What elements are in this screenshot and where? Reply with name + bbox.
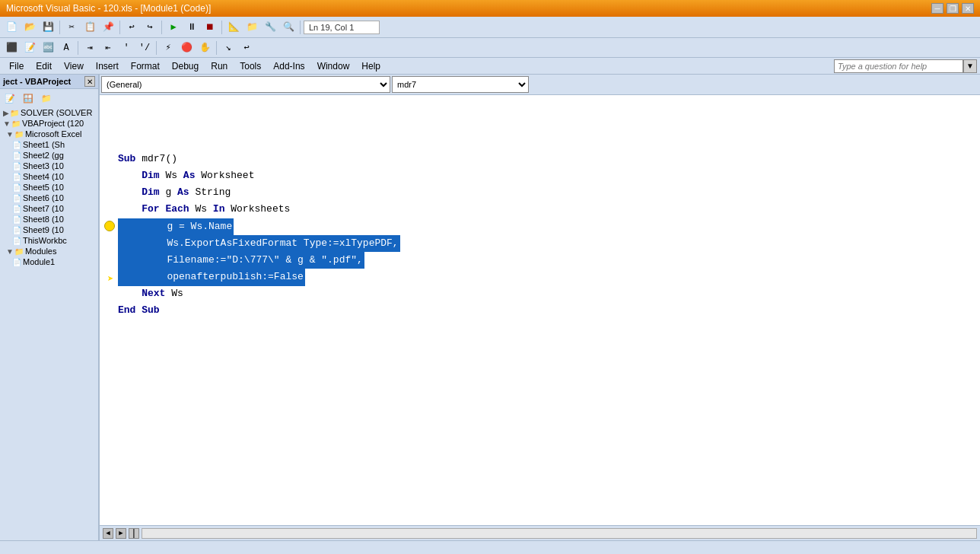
paste-btn[interactable]: 📌 [100,20,116,35]
undo-btn[interactable]: ↩ [123,20,140,35]
tree-sheet1[interactable]: 📄 Sheet1 (Sh [0,139,98,150]
help-dropdown-arrow[interactable]: ▼ [963,59,977,73]
new-btn[interactable]: 📄 [3,20,20,35]
tb2-stepover-btn[interactable]: ↩ [238,40,255,56]
tb2-btn2[interactable]: 📝 [21,40,38,56]
debug-indicator [104,221,115,231]
sep5 [300,21,301,34]
sidebar-header: ject - VBAProject ✕ [0,75,98,89]
sidebar-close-btn[interactable]: ✕ [84,76,95,87]
code-editor[interactable]: Sub mdr7() Dim Ws As Worksheet Dim g As … [100,95,980,525]
menu-run[interactable]: Run [205,59,234,73]
tb2-btn1[interactable]: ⬛ [3,40,20,56]
code-line [118,135,977,151]
redo-btn[interactable]: ↪ [142,20,158,35]
design-btn[interactable]: 📐 [225,20,242,35]
sep8 [216,41,217,55]
scroll-track [142,528,977,539]
scroll-indicator[interactable]: | [129,528,139,539]
close-button[interactable]: ✕ [962,3,974,14]
tb2-hand-btn[interactable]: ✋ [196,40,213,56]
code-line-g-ws-name: g = Ws.Name [118,218,977,235]
view-object-btn[interactable]: 🪟 [20,91,37,106]
code-line [118,101,977,118]
scroll-left-btn[interactable]: ◀ [103,528,113,539]
code-line-export: Ws.ExportAsFixedFormat Type:=xlTypePDF, [118,235,977,252]
tree-msexcel[interactable]: ▼ 📁 Microsoft Excel [0,129,98,139]
projectex-btn[interactable]: 📁 [243,20,260,35]
code-line-end-sub: End Sub [118,303,977,320]
tb2-indent-btn[interactable]: ⇥ [81,40,98,56]
title-bar-controls: ─ ❐ ✕ [931,3,974,14]
position-status: Ln 19, Col 1 [304,21,380,34]
menu-edit[interactable]: Edit [30,59,58,73]
tree-sheet8[interactable]: 📄 Sheet8 (10 [0,214,98,224]
tb2-clear-btn[interactable]: 🔴 [178,40,195,56]
tb2-uncomment-btn[interactable]: '/ [136,40,153,56]
stop-btn[interactable]: ⏹ [202,20,218,35]
tree-solver[interactable]: ▶ 📁 SOLVER (SOLVER [0,107,98,118]
tree-sheet5[interactable]: 📄 Sheet5 (10 [0,182,98,193]
help-search-input[interactable] [834,59,963,73]
tree-sheet6[interactable]: 📄 Sheet6 (10 [0,193,98,203]
sidebar: ject - VBAProject ✕ 📝 🪟 📁 ▶ 📁 SOLVER (SO… [0,75,99,540]
sep2 [119,21,120,34]
tree-sheet7[interactable]: 📄 Sheet7 (10 [0,203,98,214]
tree-sheet4[interactable]: 📄 Sheet4 (10 [0,171,98,182]
code-area: (General) mdr7 Sub mdr7() Dim Ws As Work… [99,75,980,540]
tree-sheet3[interactable]: 📄 Sheet3 (10 [0,161,98,171]
menu-debug[interactable]: Debug [166,59,205,73]
sep3 [161,21,162,34]
code-line-dim-ws: Dim Ws As Worksheet [118,168,977,185]
status-bar [0,540,980,554]
toolbar-row-2: ⬛ 📝 🔤 A ⇥ ⇤ ' '/ ⚡ 🔴 ✋ ↘ ↩ [0,38,980,58]
menu-tools[interactable]: Tools [234,59,267,73]
menu-bar: File Edit View Insert Format Debug Run T… [0,58,980,75]
save-btn[interactable]: 💾 [40,20,56,35]
minimize-button[interactable]: ─ [931,3,943,14]
sep6 [78,41,78,55]
tb2-comment-btn[interactable]: ' [118,40,135,56]
copy-btn[interactable]: 📋 [81,20,98,35]
break-btn[interactable]: ⏸ [183,20,200,35]
tb2-outdent-btn[interactable]: ⇤ [100,40,116,56]
tree-view: ▶ 📁 SOLVER (SOLVER ▼ 📁 VBAProject (120 ▼… [0,107,98,540]
tree-module1[interactable]: 📄 Module1 [0,256,98,267]
menu-view[interactable]: View [58,59,90,73]
menu-format[interactable]: Format [125,59,166,73]
sep7 [156,41,157,55]
proc-dropdown[interactable]: mdr7 [392,76,529,93]
properties-btn[interactable]: 🔧 [262,20,278,35]
tree-modules[interactable]: ▼ 📁 Modules [0,246,98,256]
tb2-btn3[interactable]: 🔤 [40,40,56,56]
title-bar: Microsoft Visual Basic - 120.xls - [Modu… [0,0,980,17]
menu-addins[interactable]: Add-Ins [267,59,310,73]
restore-button[interactable]: ❐ [947,3,959,14]
title-text: Microsoft Visual Basic - 120.xls - [Modu… [6,3,211,14]
run-btn[interactable]: ▶ [165,20,182,35]
tb2-toggle-btn[interactable]: ⚡ [160,40,177,56]
view-code-btn[interactable]: 📝 [2,91,18,106]
code-bottom-bar: ◀ ▶ | [100,525,980,540]
menu-file[interactable]: File [3,59,30,73]
tb2-step-btn[interactable]: ↘ [220,40,237,56]
menu-help[interactable]: Help [355,59,387,73]
open-btn[interactable]: 📂 [21,20,38,35]
tb2-btn4[interactable]: A [58,40,75,56]
sidebar-title: ject - VBAProject [3,77,71,86]
cut-btn[interactable]: ✂ [63,20,80,35]
object-dropdown[interactable]: (General) [101,76,390,93]
tree-vbaproject[interactable]: ▼ 📁 VBAProject (120 [0,118,98,129]
tree-sheet9[interactable]: 📄 Sheet9 (10 [0,224,98,235]
menu-window[interactable]: Window [311,59,356,73]
scroll-right-btn[interactable]: ▶ [116,528,126,539]
code-header: (General) mdr7 [100,75,980,95]
code-line-openafter: ➤ openafterpublish:=False [118,269,977,285]
tree-thisworkbook[interactable]: 📄 ThisWorkbc [0,235,98,246]
sidebar-toolbar: 📝 🪟 📁 [0,89,98,107]
objectbrowser-btn[interactable]: 🔍 [280,20,297,35]
tree-sheet2[interactable]: 📄 Sheet2 (gg [0,150,98,161]
menu-insert[interactable]: Insert [90,59,125,73]
toggle-folders-btn[interactable]: 📁 [38,91,55,106]
sep1 [59,21,60,34]
